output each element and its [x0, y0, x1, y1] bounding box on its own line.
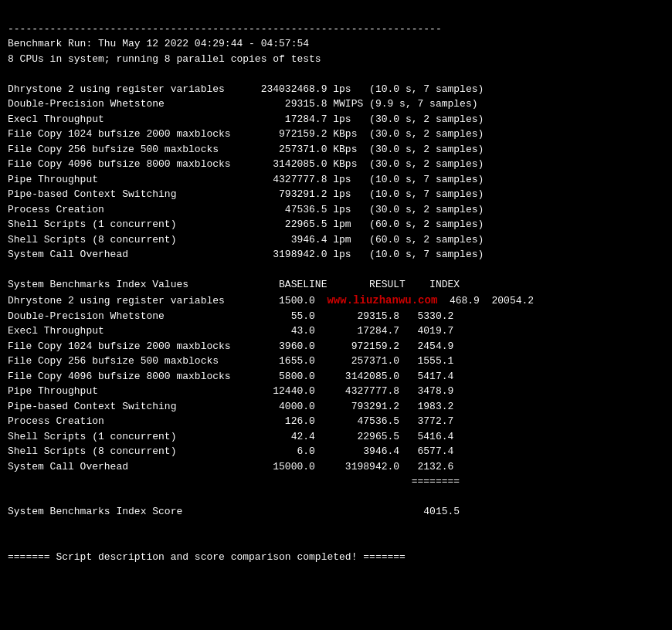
separator-bottom: ======= Script description and score com… — [8, 551, 406, 563]
index-row-1: Double-Precision Whetstone 55.0 29315.8 … — [8, 310, 453, 322]
blank-1 — [8, 68, 14, 80]
result-row-3: File Copy 1024 bufsize 2000 maxblocks 97… — [8, 128, 484, 140]
terminal-output: ----------------------------------------… — [8, 6, 664, 564]
index-row-10: Shell Scripts (8 concurrent) 6.0 3946.4 … — [8, 445, 453, 457]
cpu-info: 8 CPUs in system; running 8 parallel cop… — [8, 53, 321, 65]
result-row-9: Shell Scripts (1 concurrent) 22965.5 lpm… — [8, 218, 484, 230]
index-row-6: Pipe Throughput 12440.0 4327777.8 3478.9 — [8, 385, 453, 397]
watermark: www.liuzhanwu.com — [327, 294, 437, 307]
result-row-10: Shell Scripts (8 concurrent) 3946.4 lpm … — [8, 234, 484, 246]
result-row-11: System Call Overhead 3198942.0 lps (10.0… — [8, 249, 484, 260]
blank-2 — [8, 264, 14, 276]
index-row-2: Execl Throughput 43.0 17284.7 4019.7 — [8, 325, 453, 337]
blank-3 — [8, 491, 14, 503]
blank-4 — [8, 521, 14, 533]
result-row-0: Dhrystone 2 using register variables 234… — [8, 83, 484, 95]
blank-5 — [8, 536, 14, 547]
separator-top: ----------------------------------------… — [8, 23, 442, 35]
result-row-4: File Copy 256 bufsize 500 maxblocks 2573… — [8, 144, 484, 155]
result-row-2: Execl Throughput 17284.7 lps (30.0 s, 2 … — [8, 113, 484, 125]
result-row-6: Pipe Throughput 4327777.8 lps (10.0 s, 7… — [8, 174, 484, 185]
result-row-7: Pipe-based Context Switching 793291.2 lp… — [8, 188, 484, 200]
index-row-9: Shell Scripts (1 concurrent) 42.4 22965.… — [8, 431, 453, 442]
index-header: System Benchmarks Index Values BASELINE … — [8, 279, 460, 290]
index-row-3: File Copy 1024 bufsize 2000 maxblocks 39… — [8, 340, 453, 352]
index-row-4: File Copy 256 bufsize 500 maxblocks 1655… — [8, 355, 453, 367]
result-row-1: Double-Precision Whetstone 29315.8 MWIPS… — [8, 98, 478, 110]
index-row-5: File Copy 4096 bufsize 8000 maxblocks 58… — [8, 371, 453, 382]
equals-line: ======== — [8, 476, 460, 487]
index-row-0: Dhrystone 2 using register variables 150… — [8, 295, 534, 307]
index-row-7: Pipe-based Context Switching 4000.0 7932… — [8, 401, 453, 412]
benchmark-run: Benchmark Run: Thu May 12 2022 04:29:44 … — [8, 38, 309, 49]
index-row-8: Process Creation 126.0 47536.5 3772.7 — [8, 415, 453, 427]
score-line: System Benchmarks Index Score 4015.5 — [8, 506, 460, 517]
result-row-8: Process Creation 47536.5 lps (30.0 s, 2 … — [8, 204, 484, 215]
result-row-5: File Copy 4096 bufsize 8000 maxblocks 31… — [8, 158, 484, 170]
index-row-11: System Call Overhead 15000.0 3198942.0 2… — [8, 461, 453, 472]
